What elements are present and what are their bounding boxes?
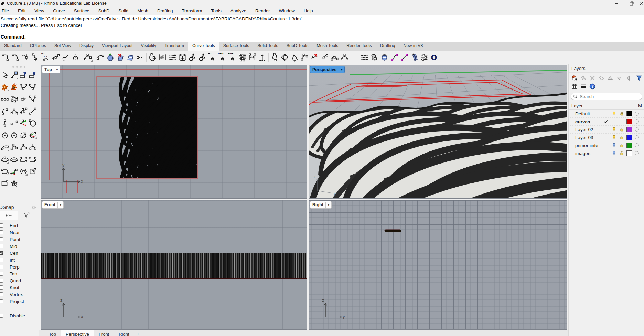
tab-filter[interactable] xyxy=(18,211,35,220)
spring-curve-icon[interactable] xyxy=(19,95,28,104)
layer-color-swatch[interactable] xyxy=(626,143,632,148)
menu-view[interactable]: View xyxy=(30,7,49,15)
layer-color-swatch[interactable] xyxy=(626,135,632,140)
viewport-perspective[interactable]: z y Perspective ▼ xyxy=(309,65,567,199)
layer-color-swatch[interactable] xyxy=(626,150,632,156)
circle-point-icon[interactable] xyxy=(0,131,9,140)
osnap-checkbox-project[interactable] xyxy=(0,299,3,303)
layer-row-curvas[interactable]: curvas xyxy=(569,118,644,126)
record-history-1-icon[interactable] xyxy=(187,52,197,62)
orbit-curve-icon[interactable] xyxy=(148,52,158,62)
move-up-icon[interactable] xyxy=(606,74,615,82)
layer-color-swatch[interactable] xyxy=(626,119,632,124)
control-point-grid-icon[interactable] xyxy=(237,52,247,62)
layer-name[interactable]: Layer 03 xyxy=(569,135,603,140)
curve-blend-icon[interactable] xyxy=(95,52,105,62)
toolbar-tab-display[interactable]: Display xyxy=(75,42,98,51)
menu-edit[interactable]: Edit xyxy=(13,7,30,15)
layer-material-icon[interactable] xyxy=(633,111,641,117)
osnap-checkbox-disable[interactable] xyxy=(0,314,3,318)
rebuild-surface-icon[interactable] xyxy=(105,52,115,62)
extend-corner-icon[interactable] xyxy=(11,52,21,62)
ripple-curves-icon[interactable] xyxy=(359,52,369,62)
curve-u-2-icon[interactable] xyxy=(28,83,37,92)
kink-node-icon[interactable] xyxy=(330,52,340,62)
osnap-checkbox-cen[interactable] xyxy=(0,251,3,255)
layer-name[interactable]: primer iinte xyxy=(569,143,603,148)
blend-curves-icon[interactable] xyxy=(10,119,19,128)
line-2pt-icon[interactable] xyxy=(399,52,409,62)
toolbar-tab-solid-tools[interactable]: Solid Tools xyxy=(253,42,282,51)
toolbar-tab-new-in-v8[interactable]: New in V8 xyxy=(399,42,427,51)
match-curve-icon[interactable] xyxy=(247,52,257,62)
toolbar-tab-surface-tools[interactable]: Surface Tools xyxy=(219,42,254,51)
command-line[interactable]: Command: xyxy=(0,33,644,42)
circle-2point-icon[interactable] xyxy=(10,131,19,140)
layer-lock-icon[interactable] xyxy=(618,134,625,140)
polyline-peak-icon[interactable] xyxy=(19,107,28,116)
layer-visibility-empty[interactable] xyxy=(610,118,618,125)
line-segment-icon[interactable] xyxy=(28,107,37,116)
menu-render[interactable]: Render xyxy=(251,7,275,15)
annotate-flag-icon[interactable] xyxy=(19,71,28,80)
toolbar-tab-mesh-tools[interactable]: Mesh Tools xyxy=(312,42,342,51)
offset-bold-icon[interactable]: O xyxy=(429,52,439,62)
menu-curve[interactable]: Curve xyxy=(49,7,69,15)
close-button[interactable] xyxy=(639,0,644,7)
insert-node-icon[interactable] xyxy=(320,52,330,62)
change-degree-icon[interactable]: DEG xyxy=(217,52,227,62)
refit-surface-icon[interactable] xyxy=(125,52,135,62)
layer-table-icon[interactable] xyxy=(570,82,579,91)
viewport-perspective-dropdown[interactable]: Perspective ▼ xyxy=(310,66,345,73)
shell-arcs-icon[interactable] xyxy=(350,52,359,62)
layer-visibility-bulb-off-icon[interactable] xyxy=(610,150,618,156)
rectangle-corner-icon[interactable] xyxy=(19,155,28,164)
toolbar-tab-drafting[interactable]: Drafting xyxy=(376,42,399,51)
osnap-checkbox-knot[interactable] xyxy=(0,285,3,290)
toolbar-tab-set-view[interactable]: Set View xyxy=(50,42,75,51)
move-scale-icon[interactable] xyxy=(10,71,19,80)
explode-gear-icon[interactable] xyxy=(0,83,9,92)
curve-u-icon[interactable] xyxy=(19,83,28,92)
edit-node-icon[interactable] xyxy=(300,52,310,62)
tab-osnap[interactable] xyxy=(0,211,18,220)
section-lines-icon[interactable] xyxy=(419,52,429,62)
fan-surface-icon[interactable] xyxy=(409,52,419,62)
viewport-right[interactable]: Right ▼ z y xyxy=(309,200,567,330)
ellipse-diameter-icon[interactable] xyxy=(10,155,19,164)
viewport-tab-top[interactable]: Top xyxy=(44,330,61,336)
layer-material-icon[interactable] xyxy=(633,142,641,148)
new-layer-icon[interactable] xyxy=(570,74,579,82)
merge-blob-icon[interactable] xyxy=(369,52,379,62)
kite-curve-icon[interactable] xyxy=(270,52,280,62)
delete-layer-icon[interactable] xyxy=(588,74,597,82)
rectangle-axes-icon[interactable] xyxy=(10,167,19,176)
layer-lock-icon[interactable] xyxy=(618,111,625,117)
move-down-icon[interactable] xyxy=(615,74,624,82)
layer-name[interactable]: Layer 02 xyxy=(569,127,603,132)
layer-name[interactable]: curvas xyxy=(569,119,603,124)
menu-subd[interactable]: SubD xyxy=(94,7,114,15)
menu-mesh[interactable]: Mesh xyxy=(133,7,153,15)
layer-visibility-bulb-on-icon[interactable] xyxy=(610,134,618,140)
delete-surface-icon[interactable] xyxy=(115,52,125,62)
menu-solid[interactable]: Solid xyxy=(114,7,133,15)
toolbar-tab-curve-tools[interactable]: Curve Tools xyxy=(188,42,219,51)
fit-curve-icon[interactable]: FIT xyxy=(207,52,217,62)
current-layer-check-empty[interactable] xyxy=(603,150,610,156)
diamond-ellipse-icon[interactable] xyxy=(280,52,290,62)
layer-row-primer-iinte[interactable]: primer iinte xyxy=(569,141,644,149)
hook-curve-icon[interactable] xyxy=(0,107,9,116)
restore-button[interactable] xyxy=(624,0,639,7)
arc-control-icon[interactable] xyxy=(10,143,19,152)
current-layer-check-empty[interactable] xyxy=(603,135,610,140)
layer-material-icon[interactable] xyxy=(633,134,641,140)
viewport-tab-front[interactable]: Front xyxy=(94,330,114,336)
control-points-line-icon[interactable] xyxy=(0,95,9,104)
explode-burst-icon[interactable] xyxy=(10,83,19,92)
layer-lock-icon[interactable] xyxy=(618,150,625,156)
new-sublayer-icon[interactable] xyxy=(579,74,588,82)
layer-menu-icon[interactable] xyxy=(579,82,588,91)
annotate-flag-2-icon[interactable] xyxy=(28,71,37,80)
duplicate-layer-icon[interactable] xyxy=(597,74,606,82)
